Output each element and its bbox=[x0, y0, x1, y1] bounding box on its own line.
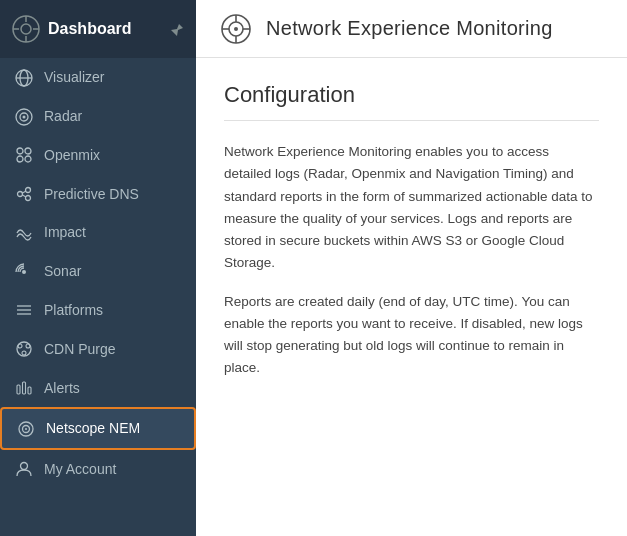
svg-rect-30 bbox=[23, 382, 26, 394]
sidebar-header: Dashboard bbox=[0, 0, 196, 58]
my-account-icon bbox=[14, 460, 34, 479]
sidebar-item-my-account[interactable]: My Account bbox=[0, 450, 196, 489]
sidebar-item-impact[interactable]: Impact bbox=[0, 213, 196, 252]
svg-point-38 bbox=[234, 27, 238, 31]
svg-line-19 bbox=[23, 191, 27, 193]
impact-icon bbox=[14, 223, 34, 242]
sidebar-item-netscope-nem[interactable]: Netscope NEM bbox=[0, 407, 196, 450]
svg-point-27 bbox=[26, 344, 30, 348]
sidebar-item-sonar[interactable]: Sonar bbox=[0, 252, 196, 291]
svg-point-28 bbox=[22, 351, 26, 355]
section-title: Configuration bbox=[224, 82, 599, 108]
sidebar-item-cdn-purge-label: CDN Purge bbox=[44, 341, 116, 357]
netscope-nem-icon bbox=[16, 419, 36, 438]
svg-point-35 bbox=[21, 463, 28, 470]
sidebar-title: Dashboard bbox=[48, 20, 132, 38]
sidebar-item-radar[interactable]: Radar bbox=[0, 97, 196, 136]
svg-point-16 bbox=[18, 192, 23, 197]
svg-point-13 bbox=[25, 148, 31, 154]
sidebar-item-impact-label: Impact bbox=[44, 224, 86, 240]
pin-icon[interactable] bbox=[170, 21, 184, 37]
svg-point-26 bbox=[18, 344, 22, 348]
main-content-area: Network Experience Monitoring Configurat… bbox=[196, 0, 627, 536]
main-body: Configuration Network Experience Monitor… bbox=[196, 58, 627, 536]
main-header-title: Network Experience Monitoring bbox=[266, 17, 553, 40]
sidebar-item-sonar-label: Sonar bbox=[44, 263, 81, 279]
svg-rect-31 bbox=[28, 387, 31, 394]
sidebar-item-netscope-nem-label: Netscope NEM bbox=[46, 420, 140, 436]
sidebar-item-cdn-purge[interactable]: CDN Purge bbox=[0, 329, 196, 368]
svg-point-12 bbox=[17, 148, 23, 154]
svg-point-21 bbox=[22, 270, 26, 274]
platforms-icon bbox=[14, 301, 34, 320]
sidebar-item-my-account-label: My Account bbox=[44, 461, 116, 477]
sidebar-nav: Visualizer Radar bbox=[0, 58, 196, 536]
globe-icon bbox=[14, 68, 34, 87]
sidebar-item-visualizer-label: Visualizer bbox=[44, 69, 104, 85]
sidebar-item-openmix[interactable]: Openmix bbox=[0, 136, 196, 175]
sidebar-item-predictive-dns[interactable]: Predictive DNS bbox=[0, 174, 196, 213]
alerts-icon bbox=[14, 378, 34, 397]
sonar-icon bbox=[14, 262, 34, 281]
sidebar-item-radar-label: Radar bbox=[44, 108, 82, 124]
radar-icon bbox=[14, 107, 34, 126]
svg-rect-29 bbox=[17, 385, 20, 394]
sidebar-item-visualizer[interactable]: Visualizer bbox=[0, 58, 196, 97]
svg-point-34 bbox=[25, 428, 27, 430]
sidebar-item-alerts[interactable]: Alerts bbox=[0, 368, 196, 407]
sidebar-header-left: Dashboard bbox=[12, 15, 132, 43]
sidebar-item-openmix-label: Openmix bbox=[44, 147, 100, 163]
svg-point-14 bbox=[17, 156, 23, 162]
openmix-icon bbox=[14, 146, 34, 165]
description-paragraph-1: Network Experience Monitoring enables yo… bbox=[224, 141, 599, 275]
dashboard-icon bbox=[12, 15, 40, 43]
sidebar: Dashboard Visualizer bbox=[0, 0, 196, 536]
description-paragraph-2: Reports are created daily (end of day, U… bbox=[224, 291, 599, 380]
svg-point-15 bbox=[25, 156, 31, 162]
sidebar-item-alerts-label: Alerts bbox=[44, 380, 80, 396]
section-divider bbox=[224, 120, 599, 121]
sidebar-item-predictive-dns-label: Predictive DNS bbox=[44, 186, 139, 202]
svg-point-11 bbox=[23, 115, 26, 118]
svg-point-17 bbox=[26, 188, 31, 193]
predictive-dns-icon bbox=[14, 184, 34, 203]
sidebar-item-platforms-label: Platforms bbox=[44, 302, 103, 318]
cdn-purge-icon bbox=[14, 339, 34, 358]
svg-line-20 bbox=[23, 195, 27, 197]
sidebar-item-platforms[interactable]: Platforms bbox=[0, 291, 196, 330]
svg-point-18 bbox=[26, 196, 31, 201]
nem-header-icon bbox=[220, 12, 252, 45]
main-header: Network Experience Monitoring bbox=[196, 0, 627, 58]
svg-point-1 bbox=[21, 24, 31, 34]
